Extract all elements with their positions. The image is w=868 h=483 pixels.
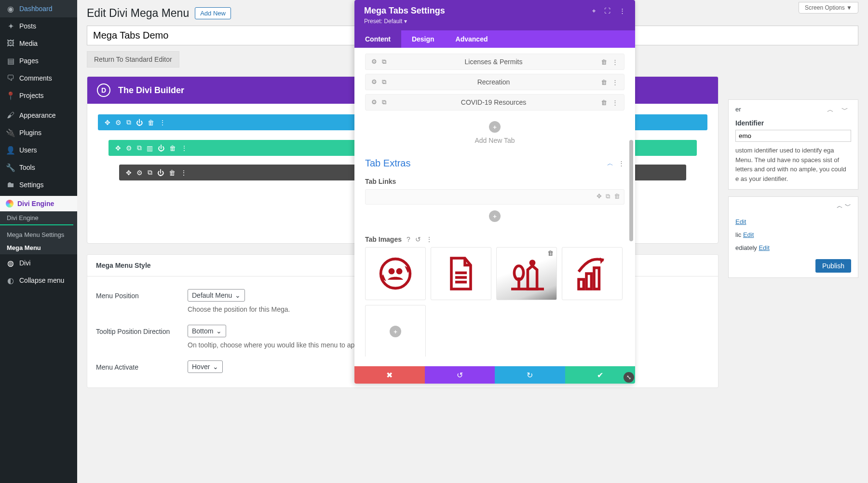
edit-schedule-link[interactable]: Edit [759,244,769,251]
resize-handle[interactable]: ⤡ [624,372,634,383]
trash-icon[interactable]: 🗑 [547,249,554,257]
power-icon[interactable]: ⏻ [157,169,164,177]
menu-comments[interactable]: 🗨Comments [0,69,77,87]
power-icon[interactable]: ⏻ [136,119,143,126]
menu-position-select[interactable]: Default Menu⌄ [188,289,245,302]
chevron-down-icon: ⌄ [216,327,222,335]
trash-icon[interactable]: 🗑 [601,58,607,66]
tab-item-row[interactable]: ⚙⧉ Recreation 🗑⋮ [365,74,624,90]
publish-button[interactable]: Publish [815,259,851,273]
trash-icon[interactable]: 🗑 [169,144,176,152]
more-icon[interactable]: ⋮ [181,144,188,152]
menu-tools[interactable]: 🔧Tools [0,159,77,176]
tab-item-row[interactable]: ⚙⧉ Licenses & Permits 🗑⋮ [365,54,624,70]
more-icon[interactable]: ⋮ [612,58,618,66]
add-tab-image-tile[interactable]: + [365,305,426,357]
menu-activate-select[interactable]: Hover⌄ [188,360,223,373]
menu-pages[interactable]: ▤Pages [0,52,77,69]
expand-icon[interactable]: ⛶ [604,7,610,14]
move-icon[interactable]: ✥ [105,119,110,126]
tab-links-item[interactable]: ✥⧉🗑 [365,189,624,205]
gear-icon[interactable]: ⚙ [136,169,143,177]
chevron-up-icon[interactable]: ︿ [607,159,613,168]
tab-image-3[interactable]: 🗑 [496,247,557,300]
more-icon[interactable]: ⋮ [612,79,618,86]
trash-icon[interactable]: 🗑 [169,169,176,177]
tab-item-row[interactable]: ⚙⧉ COVID-19 Resources 🗑⋮ [365,94,624,110]
menu-appearance[interactable]: 🖌Appearance [0,107,77,124]
menu-plugins[interactable]: 🔌Plugins [0,124,77,141]
preset-selector[interactable]: Preset: Default ▾ [364,18,625,25]
screen-options-toggle[interactable]: Screen Options ▼ [799,2,858,14]
duplicate-icon[interactable]: ⧉ [137,144,142,152]
tab-design[interactable]: Design [401,30,445,48]
tab-extras-section-header[interactable]: Tab Extras ︿⋮ [365,154,624,173]
duplicate-icon[interactable]: ⧉ [126,118,131,126]
more-icon[interactable]: ⋮ [612,99,618,106]
metabox-collapse-icons[interactable]: ︿ ﹀ [837,202,851,210]
move-icon[interactable]: ✥ [126,169,132,177]
redo-button[interactable]: ↻ [495,366,565,384]
add-new-button[interactable]: Add New [195,7,231,19]
duplicate-icon[interactable]: ⧉ [148,168,152,177]
reset-icon[interactable]: ↺ [415,235,421,243]
add-new-tab-button[interactable]: + [489,121,501,133]
gear-icon[interactable]: ⚙ [126,144,132,152]
redo-icon: ↻ [527,371,533,380]
duplicate-icon[interactable]: ⧉ [382,58,386,66]
pin-icon: ✦ [6,21,15,31]
modal-scrollbar[interactable] [629,140,633,241]
more-icon[interactable]: ⋮ [180,169,187,177]
columns-icon[interactable]: ▥ [147,144,153,152]
more-icon[interactable]: ⋮ [426,235,433,243]
sub-divi-engine[interactable]: Divi Engine [0,211,73,225]
more-icon[interactable]: ⋮ [159,119,166,126]
undo-button[interactable]: ↺ [425,366,495,384]
gear-icon[interactable]: ⚙ [115,119,122,126]
menu-divi-engine[interactable]: Divi Engine [0,196,77,211]
gear-icon[interactable]: ⚙ [371,98,377,106]
duplicate-icon[interactable]: ⧉ [382,98,386,106]
help-icon[interactable]: ? [407,235,410,243]
edit-status-link[interactable]: Edit [735,218,746,225]
tab-content[interactable]: Content [354,30,401,48]
tab-image-1[interactable] [365,247,426,300]
gear-icon[interactable]: ⚙ [371,78,377,86]
menu-dashboard[interactable]: ◉Dashboard [0,0,77,17]
sub-mega-menu[interactable]: Mega Menu [0,241,77,254]
edit-visibility-link[interactable]: Edit [743,231,754,238]
return-standard-editor-button[interactable]: Return To Standard Editor [87,51,179,68]
menu-divi[interactable]: ◍Divi [0,254,77,272]
menu-projects[interactable]: 📍Projects [0,87,77,104]
menu-settings[interactable]: 🖿Settings [0,176,77,193]
tab-advanced[interactable]: Advanced [445,30,499,48]
more-icon[interactable]: ⋮ [619,7,625,14]
move-icon[interactable]: ✥ [597,193,602,200]
duplicate-icon[interactable]: ⧉ [382,78,386,86]
sub-mega-menu-settings[interactable]: Mega Menu Settings [0,228,77,241]
menu-users[interactable]: 👤Users [0,141,77,159]
cancel-button[interactable]: ✖ [354,366,425,384]
add-tab-link-button[interactable]: + [489,210,501,222]
metabox-collapse-icons[interactable]: ︿ ﹀ [827,106,851,114]
trash-icon[interactable]: 🗑 [601,79,607,86]
more-icon[interactable]: ⋮ [618,160,624,167]
identifier-input[interactable] [735,130,851,142]
move-icon[interactable]: ✥ [115,144,121,152]
tooltip-position-select[interactable]: Bottom⌄ [188,325,226,337]
add-image-button[interactable]: + [390,326,401,337]
menu-collapse[interactable]: ◐Collapse menu [0,272,77,289]
menu-posts[interactable]: ✦Posts [0,17,77,35]
tab-image-4[interactable] [562,247,623,300]
power-icon[interactable]: ⏻ [158,144,164,152]
tab-image-2[interactable] [431,247,491,300]
gear-icon[interactable]: ⚙ [371,58,377,66]
duplicate-icon[interactable]: ⧉ [606,193,610,200]
page-title: Edit Divi Mega Menu [87,7,189,20]
menu-plugins-label: Plugins [19,129,41,137]
menu-media[interactable]: 🖾Media [0,35,77,52]
target-icon[interactable]: ⌖ [592,7,596,15]
trash-icon[interactable]: 🗑 [614,193,620,200]
trash-icon[interactable]: 🗑 [601,99,607,106]
trash-icon[interactable]: 🗑 [148,119,154,126]
